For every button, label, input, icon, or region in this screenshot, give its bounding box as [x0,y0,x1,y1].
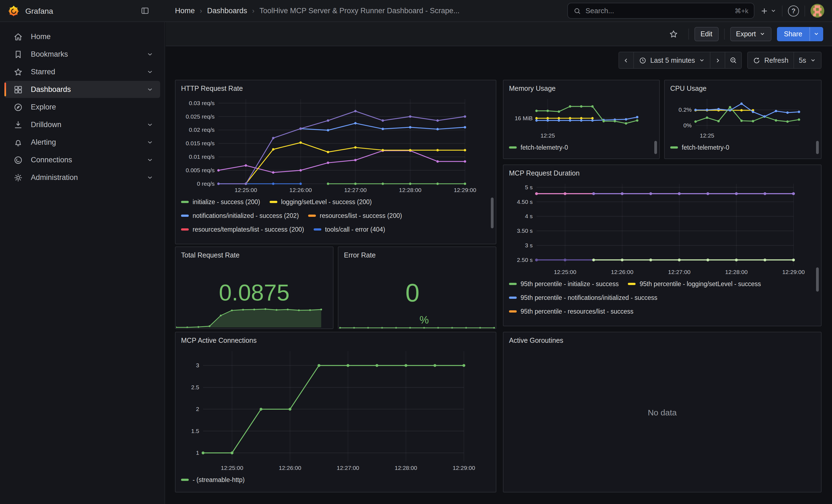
legend-label: tools/list - success (200) [283,240,351,240]
add-button[interactable] [760,3,776,19]
mcp-request-duration-chart[interactable]: 2.50 s3 s3.50 s4 s4.50 s5 s12:25:0012:26… [509,179,815,277]
legend-swatch [628,283,636,285]
legend-item[interactable]: resources/list - success (200) [308,212,402,219]
sidebar-item-administration[interactable]: Administration [4,169,160,186]
legend-item[interactable]: fetch-telemetry-0 [509,144,568,151]
legend-item[interactable]: 95th percentile - initialize - success [509,280,619,287]
avatar[interactable] [810,4,824,18]
time-forward-button[interactable] [710,52,725,68]
legend-item[interactable]: 95th percentile - notifications/initiali… [509,294,657,301]
question-icon: ? [788,5,799,16]
legend-swatch [509,283,517,285]
legend-row: fetch-telemetry-0 [670,140,815,154]
legend-scrollbar[interactable] [491,197,494,228]
svg-text:12:27:00: 12:27:00 [337,465,359,471]
chevron-down-icon[interactable] [146,121,154,128]
sidebar-item-home[interactable]: Home [4,28,160,45]
dashboard-toolbar: Edit Export Share [166,22,832,46]
chevron-down-icon[interactable] [146,86,154,93]
search-input[interactable]: Search... ⌘+k [567,3,754,19]
stat-value-wrap: 0% [338,257,496,328]
clock-icon [639,56,646,64]
sidebar-item-explore[interactable]: Explore [4,99,160,115]
svg-text:0.2%: 0.2% [678,106,692,113]
sidebar-item-bookmarks[interactable]: Bookmarks [4,46,160,63]
favorite-star-icon[interactable] [669,26,678,42]
svg-text:3 s: 3 s [525,242,532,248]
legend-scrollbar[interactable] [816,141,819,154]
panel-title[interactable]: CPU Usage [670,83,815,95]
legend-label: 95th percentile - logging/setLevel - suc… [640,280,761,287]
legend-row: 95th percentile - initialize - success95… [509,277,815,291]
panel-title[interactable]: HTTP Request Rate [181,83,490,95]
legend-scrollbar[interactable] [816,267,819,292]
legend-item[interactable]: initialize - success (200) [181,198,260,205]
sidebar-item-alerting[interactable]: Alerting [4,134,160,151]
breadcrumb-item[interactable]: Home [175,7,195,15]
edit-button[interactable]: Edit [695,27,718,41]
svg-text:12:25:00: 12:25:00 [235,187,257,193]
time-range-picker[interactable]: Last 5 minutes [634,52,710,68]
mcp-active-connections-chart[interactable]: 11.522.5312:25:0012:26:0012:27:0012:28:0… [181,347,490,473]
gear-icon [13,173,23,182]
sidebar-item-dashboards[interactable]: Dashboards [4,81,160,98]
time-back-button[interactable] [619,52,634,68]
legend-scrollbar[interactable] [654,141,657,154]
share-menu-button[interactable] [809,27,823,41]
sidebar-item-drilldown[interactable]: Drilldown [4,116,160,133]
connections-legend: - (streamable-http) [181,473,490,488]
memory-usage-chart[interactable]: 16 MiB12:25 [509,95,654,140]
time-controls: Last 5 minutes Refresh 5s [618,52,822,69]
legend-item[interactable]: notifications/initialized - success (202… [181,212,299,219]
sidebar-item-connections[interactable]: Connections [4,151,160,168]
legend-item[interactable]: - (streamable-http) [181,476,244,483]
legend-swatch [509,146,517,148]
svg-text:12:27:00: 12:27:00 [344,187,367,193]
svg-text:3.50 s: 3.50 s [517,228,532,234]
cpu-usage-chart[interactable]: 0%0.2%12:25 [670,95,815,140]
legend-item[interactable]: fetch-telemetry-0 [670,144,729,151]
chevron-down-icon[interactable] [146,156,154,163]
bookmark-icon [13,49,23,59]
chevron-down-icon[interactable] [146,68,154,75]
legend-item[interactable]: tools/call - error (404) [313,226,385,233]
grafana-logo-icon[interactable] [8,5,20,17]
chevron-down-icon[interactable] [146,174,154,181]
svg-text:2: 2 [196,406,199,412]
legend-item[interactable]: 95th percentile - resources/list - succe… [509,308,633,314]
legend-item[interactable]: resources/templates/list - success (200) [181,226,304,233]
panel-mcp-active-connections: MCP Active Connections 11.522.5312:25:00… [175,332,496,493]
panel-title[interactable]: MCP Active Connections [181,335,490,347]
chevron-down-icon[interactable] [146,51,154,58]
zoom-out-button[interactable] [725,52,741,68]
legend-item[interactable]: tools/list - success (200) [271,240,351,240]
panel-active-goroutines: Active Goroutines No data [503,332,822,493]
sidebar: HomeBookmarksStarredDashboardsExploreDri… [0,22,165,504]
breadcrumb-separator: › [200,7,202,15]
legend-item[interactable]: unknown - success (200) [360,240,442,240]
refresh-interval-picker[interactable]: 5s [794,52,821,68]
dock-sidebar-icon[interactable] [137,4,152,18]
breadcrumb-item[interactable]: Dashboards [207,7,248,15]
panel-title[interactable]: Memory Usage [509,83,654,95]
legend-item[interactable]: tools/call - success (200) [181,240,262,240]
memory-legend: fetch-telemetry-0 [509,140,654,155]
svg-text:4 s: 4 s [525,213,532,219]
http-request-rate-chart[interactable]: 0 req/s0.005 req/s0.01 req/s0.015 req/s0… [181,95,490,195]
help-button[interactable]: ? [788,3,799,19]
plug-icon [13,155,23,165]
sidebar-item-starred[interactable]: Starred [4,63,160,80]
export-button[interactable]: Export [730,27,771,41]
legend-item[interactable]: logging/setLevel - success (200) [269,198,372,205]
legend-item[interactable]: 95th percentile - logging/setLevel - suc… [628,280,761,287]
brand: Grafana [0,4,157,18]
chevron-down-icon[interactable] [146,139,154,146]
panel-error-rate: Error Rate 0% [338,246,496,329]
search-placeholder: Search... [586,7,730,15]
svg-text:1.5: 1.5 [191,428,199,434]
svg-text:12:28:00: 12:28:00 [725,269,748,275]
time-range-group: Last 5 minutes [618,52,742,69]
panel-title[interactable]: MCP Request Duration [509,168,815,179]
share-button[interactable]: Share [777,27,809,41]
refresh-button[interactable]: Refresh [748,52,794,68]
